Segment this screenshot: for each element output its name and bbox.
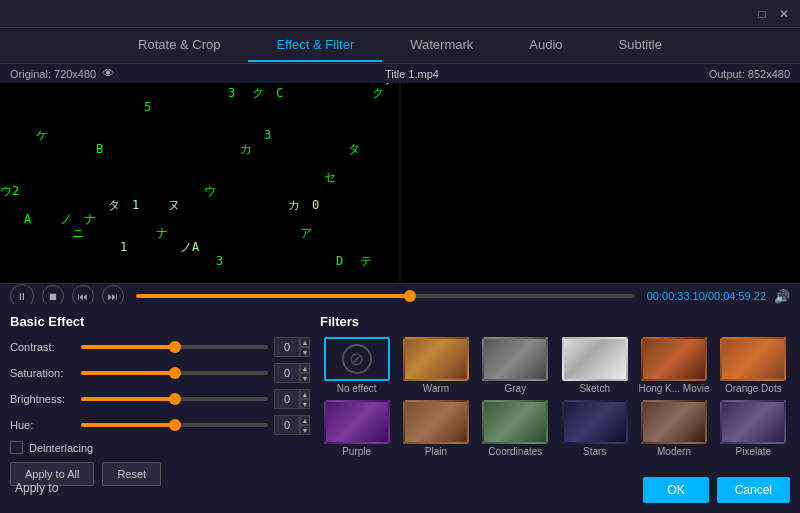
tab-rotate-crop[interactable]: Rotate & Crop xyxy=(110,29,248,62)
filters-panel: Filters ⊘No effectWarmGraySketchHong K..… xyxy=(320,314,790,503)
contrast-thumb[interactable] xyxy=(169,341,181,353)
bottom-panel: Basic Effect Contrast: 0 ▲ ▼ Saturation: xyxy=(0,304,800,513)
tab-watermark[interactable]: Watermark xyxy=(382,29,501,62)
video-panel-original xyxy=(0,83,399,283)
preview-file-label: Title 1.mp4 xyxy=(385,68,439,80)
hue-label: Hue: xyxy=(10,419,75,431)
original-label: Original: 720x480 xyxy=(10,68,96,80)
brightness-thumb[interactable] xyxy=(169,393,181,405)
contrast-up[interactable]: ▲ xyxy=(300,337,310,347)
deinterlacing-label: Deinterlacing xyxy=(29,442,93,454)
filter-item-gray[interactable]: Gray xyxy=(479,337,552,394)
brightness-value: 0 xyxy=(274,389,300,409)
preview-info-bar: Original: 720x480 👁 Title 1.mp4 Output: … xyxy=(0,64,800,83)
brightness-down[interactable]: ▼ xyxy=(300,399,310,409)
saturation-value: 0 xyxy=(274,363,300,383)
volume-icon[interactable]: 🔊 xyxy=(774,289,790,304)
tab-audio[interactable]: Audio xyxy=(501,29,590,62)
apply-to-label: Apply to xyxy=(15,481,58,495)
filter-item-orange-dots[interactable]: Orange Dots xyxy=(717,337,790,394)
saturation-row: Saturation: 0 ▲ ▼ xyxy=(10,363,310,383)
preview-info-right: Output: 852x480 xyxy=(709,68,790,80)
hue-down[interactable]: ▼ xyxy=(300,425,310,435)
saturation-slider[interactable] xyxy=(81,371,268,375)
hue-row: Hue: 0 ▲ ▼ xyxy=(10,415,310,435)
preview-info-left: Original: 720x480 👁 xyxy=(10,66,115,81)
preview-area: Original: 720x480 👁 Title 1.mp4 Output: … xyxy=(0,64,800,304)
minimize-button[interactable]: □ xyxy=(754,6,770,22)
deinterlacing-row: Deinterlacing xyxy=(10,441,310,454)
filters-title: Filters xyxy=(320,314,790,329)
filter-item-stars[interactable]: Stars xyxy=(558,400,631,457)
brightness-label: Brightness: xyxy=(10,393,75,405)
saturation-up[interactable]: ▲ xyxy=(300,363,310,373)
progress-bar[interactable] xyxy=(136,294,635,298)
filter-item-plain[interactable]: Plain xyxy=(399,400,472,457)
reset-button[interactable]: Reset xyxy=(102,462,161,486)
filter-item-warm[interactable]: Warm xyxy=(399,337,472,394)
contrast-slider[interactable] xyxy=(81,345,268,349)
progress-fill xyxy=(136,294,410,298)
saturation-thumb[interactable] xyxy=(169,367,181,379)
contrast-value: 0 xyxy=(274,337,300,357)
filters-grid: ⊘No effectWarmGraySketchHong K... MovieO… xyxy=(320,337,790,457)
contrast-row: Contrast: 0 ▲ ▼ xyxy=(10,337,310,357)
contrast-label: Contrast: xyxy=(10,341,75,353)
contrast-down[interactable]: ▼ xyxy=(300,347,310,357)
progress-thumb[interactable] xyxy=(404,290,416,302)
filter-item-modern[interactable]: Modern xyxy=(637,400,710,457)
effect-panel: Basic Effect Contrast: 0 ▲ ▼ Saturation: xyxy=(10,314,310,503)
tab-effect-filter[interactable]: Effect & Filter xyxy=(248,29,382,62)
title-bar-buttons: □ ✕ xyxy=(754,6,792,22)
saturation-down[interactable]: ▼ xyxy=(300,373,310,383)
filter-item-pixelate[interactable]: Pixelate xyxy=(717,400,790,457)
video-panel-output xyxy=(401,83,800,283)
hue-slider[interactable] xyxy=(81,423,268,427)
ok-button[interactable]: OK xyxy=(643,477,708,503)
brightness-up[interactable]: ▲ xyxy=(300,389,310,399)
effect-panel-title: Basic Effect xyxy=(10,314,310,329)
close-button[interactable]: ✕ xyxy=(776,6,792,22)
filter-item-purple[interactable]: Purple xyxy=(320,400,393,457)
filter-item-coordinates[interactable]: Coordinates xyxy=(479,400,552,457)
filter-item-no-effect[interactable]: ⊘No effect xyxy=(320,337,393,394)
preview-videos xyxy=(0,83,800,283)
time-display: 00:00:33.10/00:04:59.22 xyxy=(647,290,766,302)
brightness-row: Brightness: 0 ▲ ▼ xyxy=(10,389,310,409)
filter-item-hong-kong[interactable]: Hong K... Movie xyxy=(637,337,710,394)
tab-bar: Rotate & Crop Effect & Filter Watermark … xyxy=(0,28,800,64)
saturation-label: Saturation: xyxy=(10,367,75,379)
bottom-buttons: OK Cancel xyxy=(643,477,790,503)
brightness-slider[interactable] xyxy=(81,397,268,401)
output-label: Output: 852x480 xyxy=(709,68,790,80)
hue-thumb[interactable] xyxy=(169,419,181,431)
cancel-button[interactable]: Cancel xyxy=(717,477,790,503)
hue-up[interactable]: ▲ xyxy=(300,415,310,425)
tab-subtitle[interactable]: Subtitle xyxy=(591,29,690,62)
filter-item-sketch[interactable]: Sketch xyxy=(558,337,631,394)
hue-value: 0 xyxy=(274,415,300,435)
title-bar: □ ✕ xyxy=(0,0,800,28)
deinterlacing-checkbox[interactable] xyxy=(10,441,23,454)
matrix-rain-output xyxy=(401,83,800,283)
matrix-rain-original xyxy=(0,83,399,283)
eye-icon[interactable]: 👁 xyxy=(102,66,115,81)
